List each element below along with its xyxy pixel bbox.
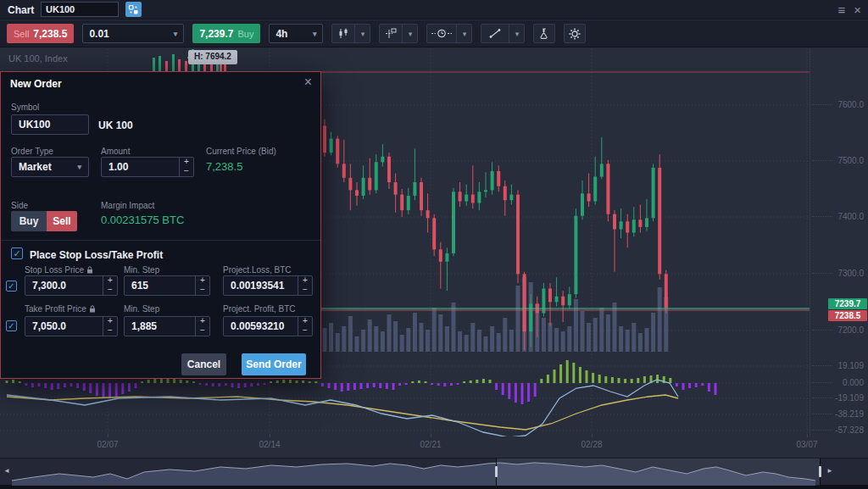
close-icon[interactable]: ×	[854, 1, 861, 19]
order-type-value: Market	[19, 161, 52, 173]
time-interval-dropdown[interactable]: ▾	[426, 24, 472, 43]
sltp-checkbox-label: Place Stop Loss/Take Profit	[30, 249, 163, 261]
buy-button[interactable]: 7,239.7 Buy	[192, 24, 260, 43]
sl-step-decrement-button[interactable]: −	[196, 286, 209, 295]
navigator-right-handle[interactable]	[819, 466, 821, 477]
margin-impact-value: 0.00231575 BTC	[101, 214, 184, 226]
stop-loss-price-value: 7,300.0	[25, 280, 103, 292]
tp-projected-profit-field[interactable]: 0.00593210 +−	[223, 316, 313, 336]
price-tick-label: 7200.0	[810, 325, 868, 335]
compare-icon	[128, 4, 139, 15]
sl-price-decrement-button[interactable]: −	[103, 286, 117, 295]
sl-proj-decrement-button[interactable]: −	[298, 286, 312, 295]
flask-icon	[539, 28, 549, 39]
sltp-checkbox[interactable]: ✓	[11, 247, 23, 259]
symbol-display-name: UK 100	[98, 119, 133, 131]
chevron-down-icon: ▾	[313, 30, 317, 38]
indicator-tick-label: -19.109	[810, 393, 868, 403]
trading-app-window: UK 100, Index H: 7694.2 Chart ≡ × Sell 7…	[0, 0, 868, 489]
indicator-tick-label: -38.219	[810, 409, 868, 419]
amount-label: Amount	[101, 147, 130, 156]
settings-button[interactable]	[564, 24, 586, 43]
take-profit-price-field[interactable]: 7,050.0 +−	[25, 316, 118, 336]
sl-projected-loss-value: 0.00193541	[224, 280, 298, 292]
compare-instrument-button[interactable]	[125, 2, 142, 17]
sl-proj-label: Project.Loss, BTC	[223, 265, 292, 275]
navigator-left-handle[interactable]	[495, 466, 498, 477]
timeframe-dropdown[interactable]: 4h ▾	[269, 24, 323, 43]
scroll-right-icon[interactable]: ►	[826, 467, 833, 475]
title-bar: Chart ≡ ×	[0, 0, 868, 19]
tp-proj-decrement-button[interactable]: −	[298, 326, 312, 336]
lock-icon	[86, 266, 93, 274]
tp-min-step-field[interactable]: 1,885 +−	[124, 316, 210, 336]
chevron-down-icon: ▾	[402, 25, 417, 42]
tp-step-decrement-button[interactable]: −	[196, 326, 209, 336]
margin-impact-label: Margin Impact	[101, 201, 154, 210]
tp-min-step-label: Min. Step	[124, 304, 159, 314]
tp-projected-profit-value: 0.00593210	[224, 320, 298, 332]
chevron-down-icon: ▾	[354, 25, 370, 42]
chart-type-dropdown[interactable]: ▾	[331, 24, 370, 43]
candlestick-icon	[332, 25, 354, 42]
chevron-down-icon: ▾	[456, 25, 471, 42]
sell-price: 7,238.5	[33, 28, 67, 40]
analysis-button[interactable]	[533, 24, 555, 43]
dialog-close-icon[interactable]: ×	[304, 75, 312, 90]
sell-button-label: Sell	[14, 29, 29, 39]
navigator-selected-range[interactable]	[496, 458, 821, 486]
page-title: Chart	[8, 4, 34, 16]
price-tick-label: 7500.0	[810, 156, 868, 165]
indicator-tick-label: -57.328	[810, 425, 868, 435]
price-pointer-icon	[380, 25, 402, 42]
order-type-select[interactable]: Market ▾	[11, 157, 89, 177]
take-profit-checkbox[interactable]: ✓	[6, 320, 17, 331]
price-axis[interactable]: 7600.07500.07400.07300.07200.019.1090.00…	[810, 49, 868, 436]
symbol-field[interactable]: UK100	[11, 114, 89, 135]
buy-button-label: Buy	[237, 29, 253, 39]
cancel-button[interactable]: Cancel	[181, 353, 226, 375]
send-order-button[interactable]: Send Order	[242, 353, 306, 375]
tp-price-decrement-button[interactable]: −	[103, 326, 117, 336]
side-sell-button[interactable]: Sell	[47, 211, 77, 231]
symbol-field-value: UK100	[12, 119, 88, 131]
timeframe-value: 4h	[275, 28, 287, 40]
new-order-dialog: New Order × Symbol UK100 UK 100 Order Ty…	[0, 71, 321, 379]
chart-navigator[interactable]: ◄ ►	[0, 458, 868, 485]
current-price-label: Current Price (Bid)	[206, 147, 276, 156]
divider	[1, 240, 320, 241]
tp-proj-label: Project. Profit, BTC	[223, 304, 296, 314]
symbol-input[interactable]	[41, 2, 119, 17]
order-size-dropdown[interactable]: 0.01 ▾	[82, 24, 184, 43]
sl-projected-loss-field[interactable]: 0.00193541 +−	[223, 275, 313, 296]
sl-min-step-field[interactable]: 615 +−	[124, 275, 210, 296]
chevron-down-icon: ▾	[77, 163, 81, 171]
gear-icon	[569, 28, 581, 40]
order-type-label: Order Type	[11, 147, 53, 156]
tp-min-step-value: 1,885	[125, 320, 195, 332]
amount-field[interactable]: 1.00 +−	[101, 157, 194, 177]
symbol-label: Symbol	[11, 103, 39, 112]
dialog-title: New Order	[10, 78, 62, 90]
amount-decrement-button[interactable]: −	[180, 167, 193, 176]
take-profit-price-label: Take Profit Price	[25, 304, 96, 314]
side-label: Side	[11, 201, 28, 210]
stop-loss-checkbox[interactable]: ✓	[6, 281, 17, 292]
trendline-icon	[481, 25, 509, 42]
sell-button[interactable]: Sell 7,238.5	[7, 24, 74, 43]
amount-value: 1.00	[102, 161, 179, 173]
chevron-down-icon: ▾	[509, 25, 524, 42]
price-tick-label: 7400.0	[810, 212, 868, 221]
trade-toolbar: Sell 7,238.5 0.01 ▾ 7,239.7 Buy 4h ▾ ▾ ▾	[0, 20, 868, 47]
ask-price-badge: 7239.7	[828, 298, 867, 309]
side-buy-button[interactable]: Buy	[11, 211, 47, 231]
scroll-left-icon[interactable]: ◄	[3, 467, 10, 475]
drawing-tool-dropdown[interactable]: ▾	[481, 24, 525, 43]
date-tick-label: 02/14	[259, 440, 280, 449]
stop-loss-price-field[interactable]: 7,300.0 +−	[25, 275, 118, 296]
menu-icon[interactable]: ≡	[837, 1, 845, 19]
current-price-value: 7,238.5	[206, 160, 242, 173]
indicator-pointer-dropdown[interactable]: ▾	[379, 24, 418, 43]
price-tick-label: 7600.0	[810, 100, 868, 109]
time-axis[interactable]: 02/0702/1402/2102/2803/07	[0, 436, 868, 458]
